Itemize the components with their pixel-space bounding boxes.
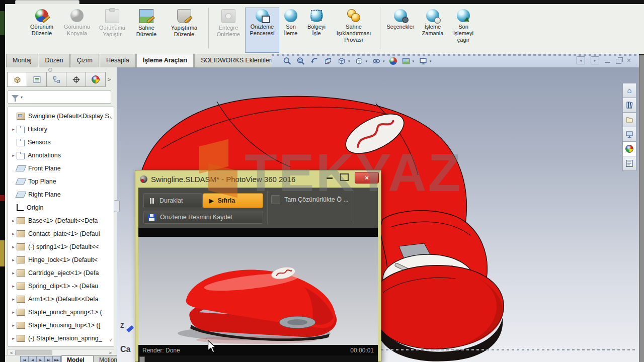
edit-appearance-button[interactable]: Görünüm Düzenle: [24, 8, 59, 52]
expand-arrow-icon[interactable]: ▸: [10, 270, 17, 276]
final-render-button[interactable]: Son İleme: [279, 8, 302, 52]
playback-step-back-button[interactable]: ◀: [28, 356, 37, 362]
expand-arrow-icon[interactable]: ▸: [10, 257, 17, 262]
expand-arrow-icon[interactable]: ▸: [10, 323, 17, 328]
tree-item[interactable]: ▸ (-) spring1<1> (Default<<: [8, 240, 114, 253]
photoview-minimize-icon[interactable]: [327, 177, 333, 179]
tree-scroll-down-icon[interactable]: ∨: [109, 337, 112, 342]
view-palette-button[interactable]: [622, 127, 636, 142]
tree-item[interactable]: ▸ Cartridge_eject<1> (Defa: [8, 266, 114, 280]
tab-solidworks-eklentileri[interactable]: SOLIDWORKS Eklentileri: [194, 54, 279, 67]
file-explorer-button[interactable]: [622, 112, 636, 127]
home-button[interactable]: ⌂: [622, 83, 636, 98]
tree-item[interactable]: ▸ Annotations: [8, 149, 114, 162]
pause-button[interactable]: Duraklat: [143, 193, 203, 208]
tree-scroll-up-icon[interactable]: ∧: [109, 115, 112, 120]
expand-arrow-icon[interactable]: ▸: [10, 218, 17, 223]
photoview-close-button[interactable]: ×: [355, 172, 379, 184]
tree-item[interactable]: Sensors: [8, 136, 114, 149]
options-button[interactable]: Seçenekler: [383, 8, 418, 52]
schedule-render-button[interactable]: İşleme Zamanla: [418, 8, 448, 52]
filter-dropdown-icon[interactable]: ▾: [21, 95, 23, 100]
zoom-fit-icon[interactable]: [283, 57, 292, 65]
tree-item[interactable]: Top Plane: [8, 175, 114, 188]
scroll-right-icon[interactable]: >: [109, 350, 112, 355]
expand-arrow-icon[interactable]: ▸: [10, 284, 17, 289]
panel-expand-icon[interactable]: >: [105, 72, 113, 87]
tree-item[interactable]: ▸ Staple_housing_top<1> ([: [8, 319, 114, 332]
expand-arrow-icon[interactable]: ▸: [10, 336, 17, 341]
tab-cizim[interactable]: Çizim: [70, 54, 99, 67]
tree-filter-box[interactable]: ▾: [8, 90, 111, 104]
dropdown-icon[interactable]: ▾: [366, 59, 368, 63]
previous-view-icon[interactable]: [310, 57, 319, 65]
tree-item[interactable]: ▸ History: [8, 123, 114, 136]
edit-scene-button[interactable]: Sahne Düzenle: [130, 8, 163, 52]
expand-arrow-icon[interactable]: ▸: [10, 244, 17, 249]
full-resolution-checkbox[interactable]: [271, 195, 280, 204]
playback-play-button[interactable]: ▶: [36, 356, 45, 362]
model-tab[interactable]: Model: [61, 355, 94, 362]
tab-isleme-araclari[interactable]: İşleme Araçları: [136, 54, 194, 67]
nav-back-icon[interactable]: ◂: [577, 56, 585, 64]
tree-item[interactable]: ▸ Arm1<1> (Default<<Defa: [8, 293, 114, 306]
tab-duzen[interactable]: Düzen: [39, 54, 70, 67]
expand-arrow-icon[interactable]: ▸: [10, 153, 17, 158]
tab-montaj[interactable]: Montaj: [6, 54, 38, 67]
tree-item[interactable]: Right Plane: [8, 188, 114, 201]
playback-end-button[interactable]: ▶▶: [52, 356, 61, 362]
scroll-left-icon[interactable]: <: [10, 350, 13, 355]
close-icon[interactable]: ×: [627, 57, 631, 64]
reset-button[interactable]: ▶ Sıfırla: [203, 193, 263, 208]
expand-arrow-icon[interactable]: ▸: [10, 310, 17, 315]
tree-item[interactable]: ▸ (-) Staple_tension_spring_: [8, 332, 114, 345]
tree-item[interactable]: Front Plane: [8, 162, 114, 175]
appearances-scenes-button[interactable]: [622, 141, 636, 156]
playback-step-forward-button[interactable]: ▶|: [44, 356, 53, 362]
tree-item[interactable]: Origin: [8, 201, 114, 214]
tab-hesapla[interactable]: Hesapla: [100, 54, 136, 67]
panel-collapse-handle[interactable]: [48, 68, 52, 72]
tree-item[interactable]: ▸ Spring_clip<1> -> (Defau: [8, 280, 114, 293]
zoom-area-icon[interactable]: [296, 57, 305, 65]
apply-scene-icon[interactable]: [401, 57, 411, 65]
scene-illumination-proof-button[interactable]: Sahne Işıklandırması Provası: [331, 8, 377, 52]
tree-item[interactable]: ▸ Contact_plate<1> (Defaul: [8, 227, 114, 240]
save-preview-image-button[interactable]: Önizleme Resmini Kaydet: [143, 211, 263, 224]
design-library-button[interactable]: [622, 98, 636, 113]
preview-window-button[interactable]: Önizleme Penceresi: [245, 8, 279, 53]
edit-decal-button[interactable]: Yapıştırma Düzenle: [163, 8, 205, 52]
edit-appearance-headsup-icon[interactable]: [389, 57, 397, 65]
render-region-button[interactable]: Bölgeyi İşle: [302, 8, 331, 52]
custom-properties-button[interactable]: [622, 156, 636, 171]
nav-forward-icon[interactable]: ▸: [591, 56, 599, 64]
panel-splitter-grip[interactable]: [114, 200, 120, 212]
expand-arrow-icon[interactable]: ▸: [10, 231, 17, 236]
playback-start-button[interactable]: |◀: [20, 356, 29, 362]
display-style-icon[interactable]: [355, 57, 364, 65]
dropdown-icon[interactable]: ▾: [348, 59, 350, 63]
recall-last-render-button[interactable]: Son işlemeyi çağır: [448, 8, 479, 52]
dropdown-icon[interactable]: ▾: [383, 59, 385, 63]
tree-item[interactable]: ▸ Base<1> (Default<<Defa: [8, 214, 114, 227]
view-settings-icon[interactable]: [419, 57, 428, 65]
restore-icon[interactable]: [616, 59, 621, 64]
propertymanager-tab[interactable]: [27, 72, 47, 87]
tree-item[interactable]: ▸ Hinge_lock<1> (Default<: [8, 253, 114, 266]
featuremanager-tab[interactable]: [7, 72, 27, 87]
dropdown-icon[interactable]: ▾: [430, 59, 432, 63]
photoview-window[interactable]: Swingline.SLDASM* - PhotoView 360 2016 ×…: [135, 170, 381, 362]
configurationmanager-tab[interactable]: [46, 72, 66, 87]
tree-item[interactable]: ▸ Staple_punch_spring<1> (: [8, 306, 114, 319]
displaymanager-tab[interactable]: [86, 72, 106, 87]
section-view-icon[interactable]: [324, 57, 333, 65]
minimize-icon[interactable]: [605, 62, 610, 63]
dropdown-icon[interactable]: ▾: [413, 59, 415, 63]
expand-arrow-icon[interactable]: ▸: [10, 127, 17, 132]
photoview-maximize-icon[interactable]: [340, 173, 349, 181]
expand-arrow-icon[interactable]: ▸: [10, 297, 17, 302]
view-orientation-icon[interactable]: [337, 57, 346, 65]
tree-root[interactable]: Swingline (Default<Display S: [8, 110, 114, 123]
dimxpertmanager-tab[interactable]: [66, 72, 86, 87]
hide-show-items-icon[interactable]: [372, 57, 381, 65]
